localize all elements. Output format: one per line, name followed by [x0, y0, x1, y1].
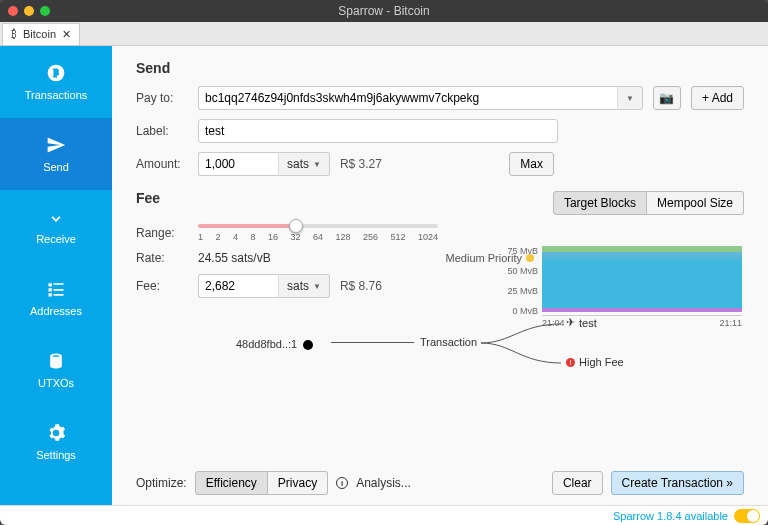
diagram-output-2: High Fee: [579, 356, 624, 368]
window-title: Sparrow - Bitcoin: [338, 4, 429, 18]
sidebar-item-addresses[interactable]: Addresses: [0, 262, 112, 334]
titlebar: Sparrow - Bitcoin: [0, 0, 768, 22]
camera-button[interactable]: 📷: [653, 86, 681, 110]
gear-icon: [46, 423, 66, 443]
warning-dot-icon: !: [566, 358, 575, 367]
send-icon: ✈: [566, 316, 575, 329]
chevron-down-icon: ▼: [626, 94, 634, 103]
amount-converted: R$ 3.27: [340, 157, 382, 171]
sidebar-item-transactions[interactable]: Transactions: [0, 46, 112, 118]
label-input[interactable]: [198, 119, 558, 143]
maximize-window-button[interactable]: [40, 6, 50, 16]
fee-label: Fee:: [136, 279, 188, 293]
add-payto-button[interactable]: + Add: [691, 86, 744, 110]
target-blocks-tab[interactable]: Target Blocks: [553, 191, 647, 215]
sidebar-item-receive[interactable]: Receive: [0, 190, 112, 262]
receive-icon: [46, 207, 66, 227]
sidebar: Transactions Send Receive Addresses UTXO…: [0, 46, 112, 505]
minimize-window-button[interactable]: [24, 6, 34, 16]
addresses-icon: [46, 279, 66, 299]
sidebar-label: Transactions: [25, 89, 88, 101]
status-bar: Sparrow 1.8.4 available: [0, 505, 768, 525]
sidebar-label: Send: [43, 161, 69, 173]
main-panel: Send Pay to: ▼ 📷 + Add Label: Amount: sa…: [112, 46, 768, 505]
optimize-privacy-button[interactable]: Privacy: [268, 471, 328, 495]
diagram-output-1: test: [579, 317, 597, 329]
rate-value: 24.55 sats/vB: [198, 251, 271, 265]
fee-converted: R$ 8.76: [340, 279, 382, 293]
mempool-size-tab[interactable]: Mempool Size: [647, 191, 744, 215]
label-label: Label:: [136, 124, 188, 138]
max-button[interactable]: Max: [509, 152, 554, 176]
range-label: Range:: [136, 226, 188, 240]
create-transaction-button[interactable]: Create Transaction »: [611, 471, 744, 495]
rate-label: Rate:: [136, 251, 188, 265]
analysis-link[interactable]: Analysis...: [356, 476, 411, 490]
node-dot-icon: [303, 340, 313, 350]
sidebar-label: Addresses: [30, 305, 82, 317]
sidebar-item-utxos[interactable]: UTXOs: [0, 334, 112, 406]
fee-unit-select[interactable]: sats▼: [278, 274, 330, 298]
amount-unit-select[interactable]: sats▼: [278, 152, 330, 176]
payto-label: Pay to:: [136, 91, 188, 105]
payto-dropdown[interactable]: ▼: [617, 86, 643, 110]
fee-heading: Fee: [136, 190, 160, 206]
fee-input[interactable]: [198, 274, 278, 298]
tab-label: Bitcoin: [23, 28, 56, 40]
sidebar-label: UTXOs: [38, 377, 74, 389]
chevron-down-icon: ▼: [313, 282, 321, 291]
tab-strip: ₿ Bitcoin ✕: [0, 22, 768, 46]
slider-thumb[interactable]: [289, 219, 303, 233]
utxos-icon: [46, 351, 66, 371]
close-window-button[interactable]: [8, 6, 18, 16]
send-icon: [46, 135, 66, 155]
info-icon: i: [336, 477, 348, 489]
status-text[interactable]: Sparrow 1.8.4 available: [613, 510, 728, 522]
sidebar-item-settings[interactable]: Settings: [0, 406, 112, 478]
camera-icon: 📷: [659, 91, 674, 105]
bitcoin-icon: ₿: [11, 28, 17, 40]
diagram-tx: Transaction: [418, 336, 479, 348]
close-tab-icon[interactable]: ✕: [62, 28, 71, 41]
sidebar-item-send[interactable]: Send: [0, 118, 112, 190]
tx-diagram: 48dd8fbd..:1 Transaction ✈test !High Fee: [136, 316, 744, 376]
clear-button[interactable]: Clear: [552, 471, 603, 495]
sidebar-label: Settings: [36, 449, 76, 461]
status-toggle[interactable]: [734, 509, 760, 523]
slider-ticks: 12481632641282565121024: [198, 232, 438, 242]
amount-label: Amount:: [136, 157, 188, 171]
chevron-down-icon: ▼: [313, 160, 321, 169]
bitcoin-icon: [46, 63, 66, 83]
fee-range-slider[interactable]: [198, 224, 438, 228]
send-heading: Send: [136, 60, 744, 76]
diagram-input: 48dd8fbd..:1: [236, 338, 297, 350]
optimize-label: Optimize:: [136, 476, 187, 490]
amount-input[interactable]: [198, 152, 278, 176]
wallet-tab[interactable]: ₿ Bitcoin ✕: [2, 23, 80, 45]
sidebar-label: Receive: [36, 233, 76, 245]
payto-input[interactable]: [198, 86, 617, 110]
optimize-efficiency-button[interactable]: Efficiency: [195, 471, 268, 495]
